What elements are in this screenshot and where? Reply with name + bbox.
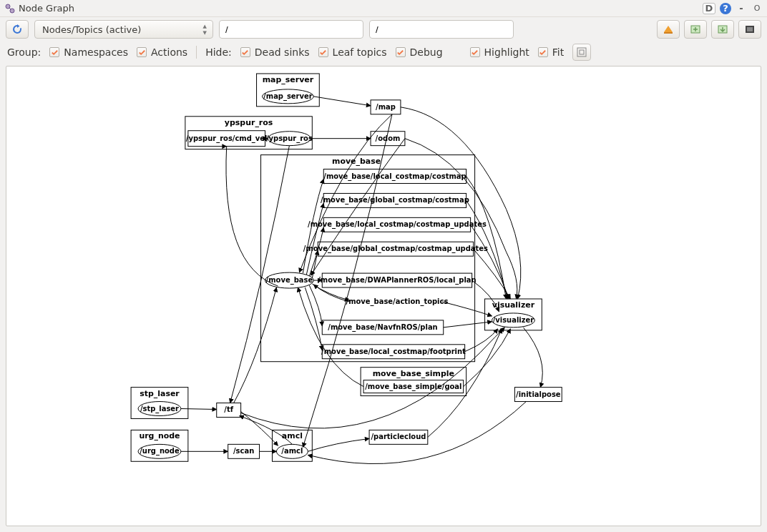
svg-text:/move_base_simple/goal: /move_base_simple/goal xyxy=(365,383,461,391)
group-label: Group: xyxy=(7,46,41,58)
svg-text:/stp_laser: /stp_laser xyxy=(140,405,179,413)
d-badge[interactable]: D xyxy=(703,3,715,14)
app-icon xyxy=(4,3,16,14)
window-title: Node Graph xyxy=(19,3,703,14)
right-iconbar xyxy=(657,20,761,39)
svg-text:/particlecloud: /particlecloud xyxy=(371,433,426,440)
save-dot-button[interactable] xyxy=(657,20,680,39)
main-toolbar: Nodes/Topics (active) ▲▼ xyxy=(0,17,767,41)
save-image-button[interactable] xyxy=(711,20,734,39)
graph-mode-select[interactable]: Nodes/Topics (active) ▲▼ xyxy=(34,20,213,39)
svg-text:/map: /map xyxy=(376,103,396,111)
svg-text:/move_base: /move_base xyxy=(266,276,313,285)
svg-rect-9 xyxy=(577,48,586,56)
actions-checkbox[interactable]: Actions xyxy=(137,46,187,58)
svg-text:amcl: amcl xyxy=(282,431,303,440)
svg-text:/move_base/global_costmap/cost: /move_base/global_costmap/costmap_update… xyxy=(303,245,488,253)
svg-text:/move_base/local_costmap/footp: /move_base/local_costmap/footprint xyxy=(321,348,466,356)
titlebar: Node Graph D ? - O xyxy=(0,0,767,17)
highlight-checkbox[interactable]: Highlight xyxy=(470,46,529,58)
svg-text:/visualizer: /visualizer xyxy=(493,316,534,324)
hide-label: Hide: xyxy=(205,46,232,58)
svg-line-2 xyxy=(9,8,11,9)
select-value: Nodes/Topics (active) xyxy=(42,24,141,35)
spin-icon: ▲▼ xyxy=(203,24,207,36)
svg-text:/move_base/local_costmap/costm: /move_base/local_costmap/costmap xyxy=(323,172,466,181)
svg-text:/ypspur_ros/cmd_vel: /ypspur_ros/cmd_vel xyxy=(186,134,268,143)
svg-text:/move_base/NavfnROS/plan: /move_base/NavfnROS/plan xyxy=(328,323,437,332)
help-icon[interactable]: ? xyxy=(720,3,731,14)
refresh-button[interactable] xyxy=(6,20,29,39)
svg-text:/urg_node: /urg_node xyxy=(140,447,180,455)
maximize-button[interactable]: O xyxy=(751,3,763,14)
svg-text:urg_node: urg_node xyxy=(139,431,180,440)
debug-checkbox[interactable]: Debug xyxy=(396,46,443,58)
screenshot-button[interactable] xyxy=(738,20,761,39)
options-toolbar: Group: Namespaces Actions Hide: Dead sin… xyxy=(0,41,767,63)
svg-text:/map_server: /map_server xyxy=(263,92,313,101)
svg-rect-8 xyxy=(747,27,753,31)
svg-text:/move_base/local_costmap/costm: /move_base/local_costmap/costmap_updates xyxy=(308,220,487,229)
minimize-button[interactable]: - xyxy=(736,3,747,14)
svg-text:/move_base/global_costmap/cost: /move_base/global_costmap/costmap xyxy=(321,196,469,205)
svg-text:/move_base/DWAPlannerROS/local: /move_base/DWAPlannerROS/local_plan xyxy=(318,276,476,285)
namespaces-checkbox[interactable]: Namespaces xyxy=(49,46,128,58)
svg-text:move_base: move_base xyxy=(332,157,381,166)
load-dot-button[interactable] xyxy=(684,20,707,39)
svg-text:/amcl: /amcl xyxy=(281,447,303,455)
node-filter-input[interactable] xyxy=(219,20,363,39)
fit-checkbox[interactable]: Fit xyxy=(538,46,564,58)
separator xyxy=(196,46,197,59)
svg-text:/ypspur_ros: /ypspur_ros xyxy=(266,134,313,143)
fit-button[interactable] xyxy=(572,44,591,61)
leaf-topics-checkbox[interactable]: Leaf topics xyxy=(318,46,387,58)
svg-text:/tf: /tf xyxy=(224,405,233,413)
dead-sinks-checkbox[interactable]: Dead sinks xyxy=(240,46,310,58)
svg-text:visualizer: visualizer xyxy=(492,300,535,310)
svg-text:/scan: /scan xyxy=(233,447,254,455)
topic-filter-input[interactable] xyxy=(369,20,514,39)
svg-text:stp_laser: stp_laser xyxy=(140,389,180,398)
svg-text:/initialpose: /initialpose xyxy=(516,390,561,398)
svg-text:move_base_simple: move_base_simple xyxy=(373,369,454,378)
group-map-server-label: map_server xyxy=(263,75,314,84)
svg-marker-3 xyxy=(664,26,673,32)
svg-text:ypspur_ros: ypspur_ros xyxy=(225,118,273,127)
topic-action-topics: /move_base/action_topics xyxy=(346,297,449,306)
graph-canvas[interactable]: map_server /map_server /map ypspur_ros /… xyxy=(6,66,761,526)
svg-rect-10 xyxy=(580,50,584,54)
svg-rect-4 xyxy=(664,32,673,34)
